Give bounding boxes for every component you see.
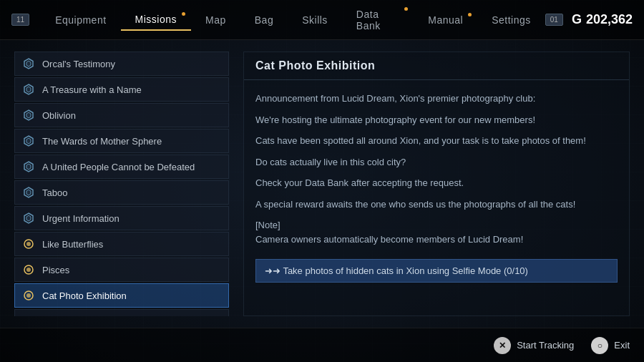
nav-tabs: EquipmentMissionsMapBagSkillsData BankMa… bbox=[41, 4, 545, 36]
mission-icon bbox=[22, 238, 35, 250]
mission-name: Orcal's Testimony bbox=[42, 59, 221, 69]
mission-item[interactable]: Pisces bbox=[14, 258, 229, 282]
mission-list: Orcal's Testimony A Treasure with a Name… bbox=[14, 52, 229, 316]
mission-icon bbox=[22, 186, 35, 199]
mission-icon bbox=[22, 57, 35, 70]
mission-name: A Treasure with a Name bbox=[42, 84, 221, 95]
exit-action[interactable]: ○ Exit bbox=[591, 337, 630, 354]
detail-paragraph: Check your Data Bank after accepting the… bbox=[255, 176, 618, 190]
mission-name: Oblivion bbox=[42, 110, 221, 121]
nav-tab-data-bank[interactable]: Data Bank bbox=[342, 4, 414, 36]
svg-marker-13 bbox=[26, 215, 31, 221]
detail-title: Cat Photo Exhibition bbox=[255, 59, 618, 72]
nav-tab-equipment[interactable]: Equipment bbox=[41, 10, 120, 30]
mission-icon bbox=[22, 212, 35, 225]
svg-marker-5 bbox=[26, 112, 31, 118]
mission-item[interactable]: Like Butterflies bbox=[14, 232, 229, 256]
main-content: Orcal's Testimony A Treasure with a Name… bbox=[0, 40, 644, 328]
mission-item[interactable]: Orcal's Testimony bbox=[14, 52, 229, 76]
svg-point-19 bbox=[26, 293, 31, 298]
nav-tab-dot bbox=[404, 7, 408, 11]
svg-marker-9 bbox=[26, 164, 31, 170]
bottom-bar: ✕ Start Tracking ○ Exit bbox=[0, 328, 644, 362]
mission-item[interactable]: Oblivion bbox=[14, 103, 229, 127]
detail-body: Announcement from Lucid Dream, Xion's pr… bbox=[244, 80, 629, 315]
track-label: Start Tracking bbox=[517, 340, 574, 351]
svg-point-17 bbox=[26, 268, 31, 272]
mission-name: Like Butterflies bbox=[42, 239, 221, 250]
exit-button-icon: ○ bbox=[591, 337, 608, 354]
currency-value: 202,362 bbox=[586, 12, 633, 27]
detail-paragraph: Do cats actually live in this cold city? bbox=[255, 155, 618, 170]
nav-tab-bag[interactable]: Bag bbox=[240, 10, 288, 30]
mission-item[interactable]: Looking for My Brother↑↓02 bbox=[14, 309, 229, 316]
detail-paragraph: A special reward awaits the one who send… bbox=[255, 197, 618, 212]
objective-text: ➜➜ Take photos of hidden cats in Xion us… bbox=[265, 265, 528, 276]
left-badge: 11 bbox=[11, 14, 29, 26]
nav-tab-dot bbox=[182, 12, 185, 16]
track-action[interactable]: ✕ Start Tracking bbox=[494, 337, 574, 354]
mission-name: Pisces bbox=[42, 265, 221, 275]
mission-icon bbox=[22, 315, 35, 316]
mission-item[interactable]: Urgent Information bbox=[14, 206, 229, 230]
svg-marker-3 bbox=[26, 87, 31, 92]
detail-paragraph: Cats have been spotted all around Xion, … bbox=[255, 134, 618, 148]
right-badge: 01 bbox=[545, 14, 563, 26]
mission-item[interactable]: A United People Cannot be Defeated bbox=[14, 155, 229, 179]
mission-name: Taboo bbox=[42, 187, 221, 198]
mission-item[interactable]: The Wards of Mother Sphere bbox=[14, 129, 229, 153]
mission-name: Cat Photo Exhibition bbox=[42, 290, 221, 301]
nav-tab-skills[interactable]: Skills bbox=[288, 10, 342, 30]
mission-name: A United People Cannot be Defeated bbox=[42, 162, 221, 172]
mission-icon bbox=[22, 109, 35, 122]
currency-display: G 202,362 bbox=[572, 12, 633, 27]
mission-name: Looking for My Brother bbox=[42, 316, 177, 317]
mission-item[interactable]: A Treasure with a Name bbox=[14, 77, 229, 102]
svg-point-15 bbox=[26, 242, 31, 246]
detail-paragraph: [Note] Camera owners automatically becom… bbox=[255, 218, 618, 246]
detail-header: Cat Photo Exhibition bbox=[244, 52, 629, 80]
svg-marker-7 bbox=[26, 138, 31, 144]
exit-label: Exit bbox=[614, 340, 630, 351]
currency-label: G bbox=[572, 12, 582, 27]
svg-marker-1 bbox=[26, 61, 31, 67]
mission-icon bbox=[22, 289, 35, 302]
mission-icon bbox=[22, 160, 35, 173]
nav-tab-map[interactable]: Map bbox=[191, 10, 240, 30]
mission-name: Urgent Information bbox=[42, 213, 221, 224]
mission-item[interactable]: Taboo bbox=[14, 180, 229, 205]
nav-bar: 11 EquipmentMissionsMapBagSkillsData Ban… bbox=[0, 0, 644, 40]
nav-right: 01 G 202,362 bbox=[545, 12, 633, 27]
mission-icon bbox=[22, 83, 35, 96]
nav-tab-missions[interactable]: Missions bbox=[121, 9, 191, 31]
nav-tab-dot bbox=[468, 13, 472, 16]
mission-item[interactable]: Cat Photo Exhibition bbox=[14, 283, 229, 308]
nav-tab-settings[interactable]: Settings bbox=[477, 10, 545, 30]
detail-paragraph: Announcement from Lucid Dream, Xion's pr… bbox=[255, 92, 618, 106]
track-button-icon: ✕ bbox=[494, 337, 511, 354]
mission-detail: Cat Photo Exhibition Announcement from L… bbox=[243, 52, 630, 316]
mission-icon bbox=[22, 263, 35, 276]
detail-paragraph: We're hosting the ultimate photography e… bbox=[255, 113, 618, 127]
mission-icon bbox=[22, 134, 35, 147]
mission-name: The Wards of Mother Sphere bbox=[42, 136, 221, 147]
svg-marker-11 bbox=[26, 190, 31, 195]
nav-tab-manual[interactable]: Manual bbox=[414, 10, 477, 30]
mission-objective: ➜➜ Take photos of hidden cats in Xion us… bbox=[255, 259, 618, 283]
